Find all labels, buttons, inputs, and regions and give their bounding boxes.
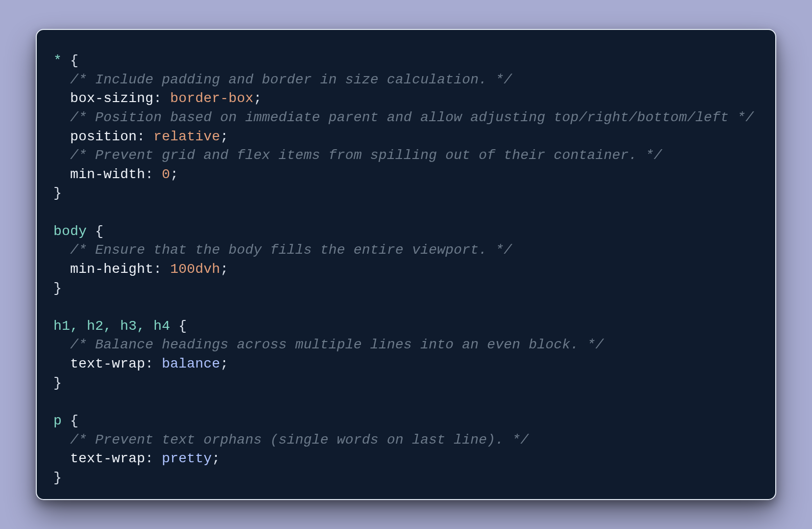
css-comment: /* Prevent grid and flex items from spil…: [70, 148, 662, 163]
css-property: min-width: [70, 167, 145, 182]
css-selector: *: [53, 53, 62, 68]
css-comment: /* Include padding and border in size ca…: [70, 72, 512, 87]
css-comment: /* Balance headings across multiple line…: [70, 337, 604, 352]
css-value: relative: [153, 129, 220, 144]
css-value: balance: [162, 356, 220, 371]
css-value: 0: [162, 167, 170, 182]
css-property: position: [70, 129, 137, 144]
css-comment: /* Prevent text orphans (single words on…: [70, 432, 529, 448]
code-block: * { /* Include padding and border in siz…: [53, 52, 759, 487]
css-selector: h1, h2, h3, h4: [53, 318, 170, 334]
css-selector: p: [53, 413, 62, 428]
css-property: text-wrap: [70, 451, 145, 466]
css-selector: body: [53, 224, 87, 239]
css-value: 100dvh: [170, 262, 220, 277]
css-property: min-height: [70, 262, 153, 277]
css-property: text-wrap: [70, 356, 145, 371]
css-property: box-sizing: [70, 91, 153, 106]
css-comment: /* Ensure that the body fills the entire…: [70, 242, 512, 258]
css-comment: /* Position based on immediate parent an…: [70, 110, 754, 125]
css-value: pretty: [162, 451, 212, 466]
css-value: border-box: [170, 91, 254, 106]
code-card: * { /* Include padding and border in siz…: [36, 29, 776, 500]
